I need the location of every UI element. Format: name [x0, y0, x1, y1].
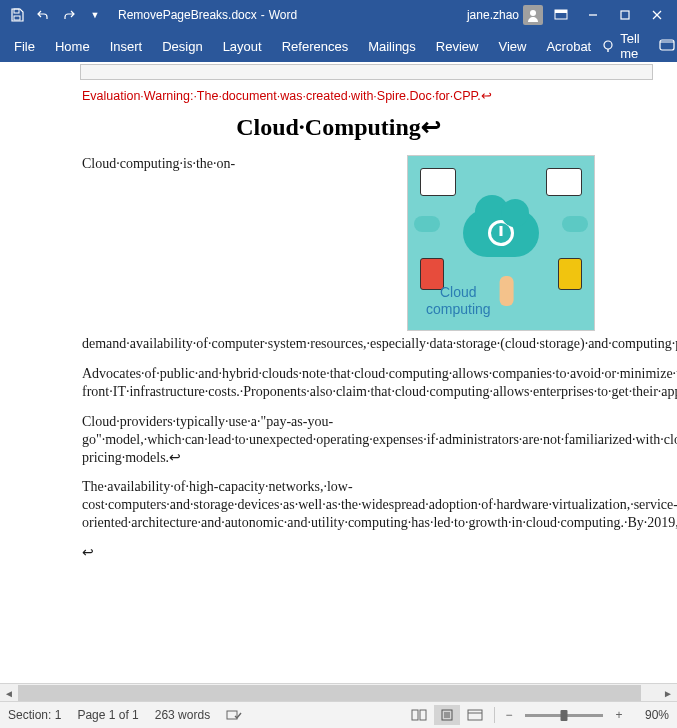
document-name: RemovePageBreaks.docx: [118, 8, 257, 22]
close-button[interactable]: [643, 4, 671, 26]
zoom-level[interactable]: 90%: [629, 708, 669, 722]
page: Evaluation·Warning:·The·document·was·cre…: [0, 88, 677, 562]
tab-references[interactable]: References: [272, 30, 358, 62]
svg-rect-19: [468, 710, 482, 720]
tab-acrobat[interactable]: Acrobat: [536, 30, 601, 62]
tab-file[interactable]: File: [4, 30, 45, 62]
redo-button[interactable]: [58, 4, 80, 26]
scroll-track[interactable]: [18, 685, 659, 701]
ribbon-tabs: File Home Insert Design Layout Reference…: [0, 30, 677, 62]
document-heading: Cloud·Computing↩: [82, 113, 595, 141]
ruler-area: [0, 62, 677, 81]
horizontal-ruler[interactable]: [80, 64, 653, 80]
page-indicator[interactable]: Page 1 of 1: [77, 708, 138, 722]
svg-point-9: [604, 41, 612, 49]
share-button[interactable]: [657, 34, 676, 58]
svg-rect-0: [14, 9, 19, 13]
svg-rect-4: [555, 10, 567, 13]
tab-design[interactable]: Design: [152, 30, 212, 62]
separator: [494, 707, 495, 723]
user-area: jane.zhao: [467, 4, 671, 26]
paragraph: Advocates·of·public·and·hybrid·clouds·no…: [82, 365, 595, 401]
lightbulb-icon: [601, 39, 615, 53]
save-button[interactable]: [6, 4, 28, 26]
view-controls: − + 90%: [406, 705, 669, 725]
svg-rect-6: [621, 11, 629, 19]
title-separator: -: [261, 8, 265, 22]
tell-me-search[interactable]: Tell me: [601, 31, 649, 61]
app-name: Word: [269, 8, 297, 22]
hand-icon: [500, 276, 514, 306]
empty-paragraph: ↩: [82, 544, 595, 562]
maximize-button[interactable]: [611, 4, 639, 26]
horizontal-scrollbar[interactable]: ◄ ►: [0, 683, 677, 702]
zoom-slider[interactable]: [525, 714, 603, 717]
read-mode-button[interactable]: [406, 705, 432, 725]
device-icon: [420, 168, 456, 196]
cloud-icon: [463, 209, 539, 257]
user-name[interactable]: jane.zhao: [467, 8, 519, 22]
svg-rect-14: [420, 710, 426, 720]
web-layout-button[interactable]: [462, 705, 488, 725]
zoom-out-button[interactable]: −: [501, 708, 517, 722]
device-icon: [546, 168, 582, 196]
scroll-right-button[interactable]: ►: [659, 685, 677, 701]
power-icon: [488, 220, 514, 246]
scroll-thumb[interactable]: [18, 685, 641, 701]
image-caption: Cloudcomputing: [426, 284, 491, 318]
svg-rect-1: [14, 16, 20, 20]
qat-customize-button[interactable]: ▼: [84, 4, 106, 26]
paragraph: Cloud·providers·typically·use·a·"pay-as-…: [82, 413, 595, 467]
print-layout-button[interactable]: [434, 705, 460, 725]
user-avatar-icon[interactable]: [523, 5, 543, 25]
cloud-computing-image[interactable]: Cloudcomputing: [407, 155, 595, 331]
zoom-in-button[interactable]: +: [611, 708, 627, 722]
svg-rect-13: [412, 710, 418, 720]
minimize-button[interactable]: [579, 4, 607, 26]
zoom-slider-thumb[interactable]: [561, 710, 568, 721]
tab-review[interactable]: Review: [426, 30, 489, 62]
tell-me-label: Tell me: [620, 31, 649, 61]
device-icon: [558, 258, 582, 290]
cloud-icon: [562, 216, 588, 232]
tab-mailings[interactable]: Mailings: [358, 30, 426, 62]
section-indicator[interactable]: Section: 1: [8, 708, 61, 722]
title-bar: ▼ RemovePageBreaks.docx - Word jane.zhao: [0, 0, 677, 30]
tab-view[interactable]: View: [488, 30, 536, 62]
window-title: RemovePageBreaks.docx - Word: [118, 8, 297, 22]
evaluation-warning-text: Evaluation·Warning:·The·document·was·cre…: [82, 88, 595, 103]
spell-check-button[interactable]: [226, 708, 242, 722]
tab-home[interactable]: Home: [45, 30, 100, 62]
status-bar: Section: 1 Page 1 of 1 263 words − + 90%: [0, 701, 677, 728]
document-surface[interactable]: Evaluation·Warning:·The·document·was·cre…: [0, 80, 677, 678]
paragraph: The·availability·of·high-capacity·networ…: [82, 478, 595, 532]
cloud-icon: [414, 216, 440, 232]
undo-button[interactable]: [32, 4, 54, 26]
svg-rect-12: [227, 711, 237, 719]
tab-insert[interactable]: Insert: [100, 30, 153, 62]
tab-layout[interactable]: Layout: [213, 30, 272, 62]
word-count[interactable]: 263 words: [155, 708, 210, 722]
svg-point-2: [530, 10, 536, 16]
scroll-left-button[interactable]: ◄: [0, 685, 18, 701]
ribbon-display-options-button[interactable]: [547, 4, 575, 26]
quick-access-toolbar: ▼: [6, 4, 106, 26]
